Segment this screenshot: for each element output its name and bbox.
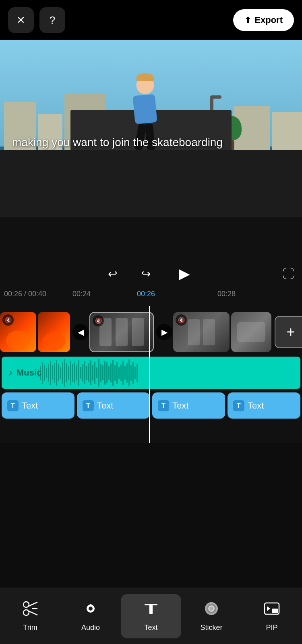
redo-button[interactable]: ↪ <box>129 267 163 281</box>
top-bar: ✕ ? ⬆ Export <box>0 0 302 40</box>
text-clip-label-2: Text <box>97 400 113 411</box>
bottom-toolbar: Trim Audio Text <box>0 588 302 644</box>
pip-icon <box>264 601 280 620</box>
mute-icon-4: 🔇 <box>176 314 187 326</box>
clip-split-handle-1[interactable]: ◀ <box>72 324 89 340</box>
export-icon: ⬆ <box>244 15 251 25</box>
text-tracks: T Text T Text T Text T Text <box>0 392 302 421</box>
sticker-icon <box>203 601 219 620</box>
video-clip-1[interactable]: 🔇 <box>0 312 36 352</box>
export-label: Export <box>254 15 283 25</box>
text-clip-label-4: Text <box>248 400 264 411</box>
trim-label: Trim <box>23 623 37 632</box>
undo-button[interactable]: ↩ <box>96 267 129 281</box>
text-clip-3[interactable]: T Text <box>152 392 225 419</box>
video-clip-3[interactable]: 🔇 <box>89 312 154 352</box>
text-clip-icon-4: T <box>233 400 244 411</box>
video-track: 🔇 ◀ 🔇 ▶ 🔇 <box>0 310 302 354</box>
pip-tool[interactable]: PIP <box>242 594 302 638</box>
video-preview: making you want to join the skateboardin… <box>0 40 302 217</box>
audio-icon <box>83 601 99 620</box>
text-clip-2[interactable]: T Text <box>77 392 150 419</box>
text-clip-icon-2: T <box>83 400 94 411</box>
pip-label: PIP <box>266 623 277 632</box>
audio-label: Audio <box>81 623 100 632</box>
music-note-icon: ♪ <box>8 367 12 378</box>
text-clip-icon-1: T <box>7 400 19 411</box>
timeline-ruler: 00:26 / 00:40 00:24 00:26 00:28 <box>0 290 302 306</box>
video-clip-4[interactable]: 🔇 <box>173 312 230 352</box>
time-mark-28: 00:28 <box>217 290 236 298</box>
empty-area <box>0 443 302 588</box>
current-time-display: 00:26 / 00:40 <box>4 290 46 298</box>
text-label: Text <box>144 623 157 632</box>
time-mark-26: 00:26 <box>137 290 155 298</box>
text-clip-1[interactable]: T Text <box>2 392 74 419</box>
controls-bar: ↩ ↪ ▶ ⛶ <box>0 258 302 290</box>
fullscreen-button[interactable]: ⛶ <box>283 267 294 281</box>
time-mark-24: 00:24 <box>72 290 91 298</box>
music-bar: ♪ Music <box>2 357 300 389</box>
trim-tool[interactable]: Trim <box>0 594 60 638</box>
text-tool[interactable]: Text <box>121 594 181 638</box>
top-bar-left: ✕ ? <box>8 7 65 33</box>
sticker-label: Sticker <box>200 623 222 632</box>
export-button[interactable]: ⬆ Export <box>233 9 294 31</box>
mute-icon-1: 🔇 <box>2 314 14 326</box>
svg-line-2 <box>29 602 37 606</box>
svg-point-6 <box>89 607 93 611</box>
svg-rect-9 <box>149 604 153 614</box>
video-subtitle: making you want to join the skateboardin… <box>0 135 302 150</box>
help-button[interactable]: ? <box>39 7 65 33</box>
svg-point-0 <box>23 602 29 607</box>
timeline-area: 🔇 ◀ 🔇 ▶ 🔇 <box>0 306 302 443</box>
add-clip-button[interactable]: + <box>275 316 302 348</box>
video-clip-2[interactable] <box>38 312 70 352</box>
waveform <box>2 357 300 389</box>
trim-icon <box>22 601 38 620</box>
playhead <box>149 306 150 443</box>
svg-point-13 <box>210 607 213 610</box>
music-label: ♪ Music <box>8 367 41 378</box>
text-clip-4[interactable]: T Text <box>228 392 300 419</box>
svg-rect-15 <box>272 609 278 613</box>
text-icon <box>143 601 159 620</box>
svg-line-3 <box>29 611 37 615</box>
sticker-tool[interactable]: Sticker <box>181 594 242 638</box>
svg-point-7 <box>89 604 92 607</box>
clip-split-handle-2[interactable]: ▶ <box>156 324 172 340</box>
text-clip-icon-3: T <box>158 400 169 411</box>
music-track[interactable]: ♪ Music <box>0 357 302 389</box>
mute-icon-3: 🔇 <box>93 315 104 326</box>
close-button[interactable]: ✕ <box>8 7 34 33</box>
road-area <box>0 150 302 217</box>
svg-point-1 <box>23 610 29 615</box>
text-clip-label-3: Text <box>172 400 188 411</box>
text-clip-label-1: Text <box>22 400 38 411</box>
audio-tool[interactable]: Audio <box>60 594 121 638</box>
video-clip-5[interactable] <box>231 312 271 352</box>
play-button[interactable]: ▶ <box>163 265 206 282</box>
